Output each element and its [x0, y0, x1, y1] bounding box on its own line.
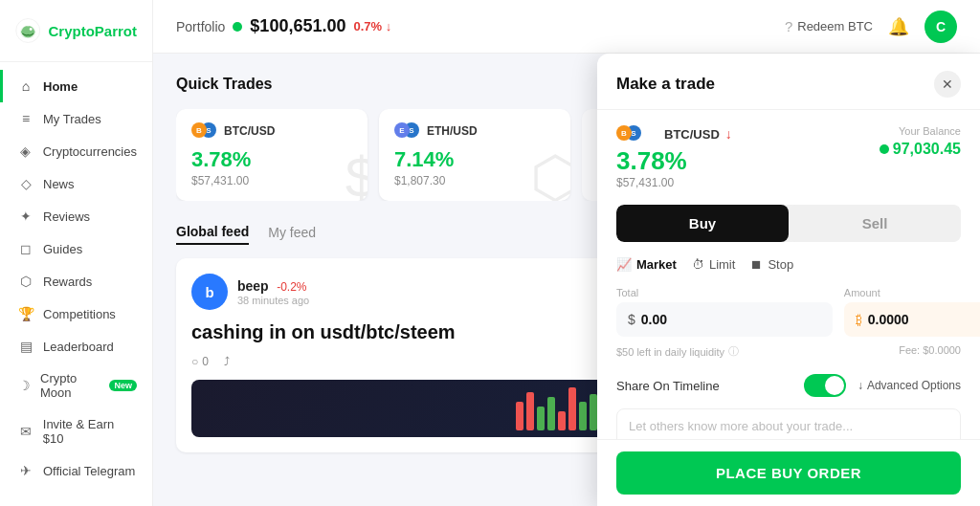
- post-user: b beep -0.2% 38 minutes ago: [191, 274, 309, 310]
- btc-icon: B: [191, 122, 207, 138]
- sidebar-item-rewards[interactable]: ⬡ Rewards: [0, 265, 152, 297]
- svg-point-2: [30, 28, 33, 31]
- fee-text: Fee: $0.0000: [899, 344, 961, 359]
- buy-button[interactable]: Buy: [616, 205, 789, 242]
- sidebar-item-label: News: [43, 177, 75, 191]
- sidebar-item-my-trades[interactable]: ≡ My Trades: [0, 102, 152, 135]
- sidebar-item-label: Competitions: [43, 307, 116, 321]
- total-input[interactable]: [641, 312, 821, 327]
- buy-sell-toggle: Buy Sell: [616, 205, 961, 242]
- share-toggle[interactable]: [804, 374, 846, 397]
- home-icon: ⌂: [18, 78, 33, 94]
- order-type-market[interactable]: 📈 Market: [616, 257, 677, 272]
- timeline-input[interactable]: Let others know more about your trade...: [616, 408, 961, 439]
- sidebar-item-label: Home: [43, 79, 78, 94]
- trade-card-header: B S BTC/USD: [191, 122, 352, 140]
- guides-icon: ◻: [18, 241, 33, 256]
- total-label: Total: [616, 287, 833, 298]
- btc-sign: ₿: [856, 312, 862, 327]
- modal-body: B S BTC/USD ↓ 3.78% $57,431.00 Your Bala…: [597, 110, 980, 439]
- trade-pair: BTC/USD: [224, 124, 275, 138]
- post-user-info: beep -0.2% 38 minutes ago: [237, 277, 309, 306]
- modal-title: Make a trade: [616, 75, 715, 94]
- tab-global-feed[interactable]: Global feed: [176, 224, 249, 245]
- sidebar-item-cryptocurrencies[interactable]: ◈ Cryptocurrencies: [0, 135, 152, 167]
- limit-icon: ⏱: [692, 257, 704, 272]
- post-user-avatar: b: [191, 274, 228, 310]
- place-order-button[interactable]: PLACE BUY ORDER: [616, 451, 961, 495]
- sidebar-item-crypto-moon[interactable]: ☽ Crypto Moon New: [0, 363, 152, 408]
- balance-label: Your Balance: [880, 125, 961, 137]
- total-input-wrap: $: [616, 302, 833, 337]
- sell-button[interactable]: Sell: [789, 205, 961, 242]
- reviews-icon: ✦: [18, 209, 33, 224]
- user-avatar[interactable]: C: [924, 11, 957, 43]
- modal-close-button[interactable]: ✕: [934, 71, 961, 98]
- portfolio-info: Portfolio $100,651.00 0.7% ↓: [176, 16, 391, 36]
- sidebar-item-invite[interactable]: ✉ Invite & Earn $10: [0, 408, 152, 454]
- sidebar-item-leaderboard[interactable]: ▤ Leaderboard: [0, 330, 152, 363]
- sidebar-item-home[interactable]: ⌂ Home: [0, 70, 152, 102]
- logo-text: CryptoParrot: [48, 23, 137, 39]
- like-button[interactable]: ○ 0: [191, 355, 209, 368]
- sidebar: CryptoParrot ⌂ Home ≡ My Trades ◈ Crypto…: [0, 0, 153, 506]
- sidebar-item-reviews[interactable]: ✦ Reviews: [0, 200, 152, 232]
- liquidity-text: $50 left in daily liquidity: [616, 346, 724, 358]
- amount-input[interactable]: [868, 312, 980, 327]
- share-controls: ↓ Advanced Options: [804, 374, 961, 397]
- sidebar-item-label: Cryptocurrencies: [43, 144, 137, 159]
- market-icon: 📈: [616, 257, 632, 272]
- tab-my-feed[interactable]: My feed: [268, 225, 316, 244]
- topbar-right: ? Redeem BTC 🔔 C: [785, 11, 957, 43]
- sidebar-item-label: Guides: [43, 242, 82, 256]
- portfolio-label: Portfolio: [176, 19, 225, 34]
- modal-header: Make a trade ✕: [597, 54, 980, 110]
- trade-card-btc[interactable]: B S BTC/USD 3.78% $57,431.00 $: [176, 109, 368, 201]
- toggle-knob: [825, 376, 844, 395]
- card-bg-icon: ⬡: [530, 143, 570, 201]
- share-row: Share On Timeline ↓ Advanced Options: [616, 374, 961, 397]
- portfolio-change: 0.7% ↓: [353, 19, 391, 33]
- share-icon: ⤴: [224, 355, 230, 368]
- order-type-limit[interactable]: ⏱ Limit: [692, 257, 735, 272]
- modal-btc-icon: B: [616, 125, 632, 141]
- fee-row: $50 left in daily liquidity ⓘ Fee: $0.00…: [616, 344, 961, 359]
- sidebar-item-guides[interactable]: ◻ Guides: [0, 232, 152, 265]
- moon-icon: ☽: [18, 378, 31, 393]
- modal-pair-left: B S BTC/USD ↓ 3.78% $57,431.00: [616, 125, 732, 189]
- trade-modal: Make a trade ✕ B S BTC/USD ↓ 3.78% $57,4…: [597, 54, 980, 506]
- modal-balance: Your Balance 97,030.45: [880, 125, 961, 158]
- amount-label: Amount: [844, 287, 980, 298]
- notification-bell-icon[interactable]: 🔔: [888, 16, 909, 37]
- post-user-name: beep -0.2%: [237, 277, 309, 295]
- sidebar-item-label: Crypto Moon: [40, 371, 98, 400]
- trade-percentage: 3.78%: [191, 147, 352, 172]
- modal-coin-icons: B S: [616, 125, 643, 143]
- modal-pair-label: BTC/USD: [664, 127, 720, 142]
- order-type-stop[interactable]: ⏹ Stop: [750, 257, 793, 272]
- redeem-button[interactable]: ? Redeem BTC: [785, 18, 873, 34]
- trades-icon: ≡: [18, 111, 33, 126]
- topbar: Portfolio $100,651.00 0.7% ↓ ? Redeem BT…: [153, 0, 980, 54]
- amount-field: Amount ₿: [844, 287, 980, 337]
- advanced-options-button[interactable]: ↓ Advanced Options: [858, 379, 961, 392]
- sidebar-item-telegram[interactable]: ✈ Official Telegram: [0, 454, 152, 487]
- total-field: Total $: [616, 287, 833, 337]
- sidebar-item-competitions[interactable]: 🏆 Competitions: [0, 297, 152, 330]
- coin-icons: E S: [394, 122, 421, 140]
- sidebar-item-news[interactable]: ◇ News: [0, 167, 152, 200]
- logo[interactable]: CryptoParrot: [0, 0, 152, 62]
- telegram-icon: ✈: [18, 463, 33, 478]
- logo-icon: [15, 13, 40, 48]
- portfolio-value: $100,651.00: [250, 16, 345, 36]
- new-badge: New: [109, 380, 137, 391]
- portfolio-status-dot: [233, 22, 242, 32]
- sidebar-item-label: Official Telegram: [43, 464, 135, 478]
- info-icon: ⓘ: [728, 344, 739, 359]
- news-icon: ◇: [18, 176, 33, 191]
- trade-card-eth[interactable]: E S ETH/USD 7.14% $1,807.30 ⬡: [379, 109, 570, 201]
- share-button[interactable]: ⤴: [224, 355, 230, 368]
- share-label: Share On Timeline: [616, 379, 720, 393]
- sidebar-item-label: My Trades: [43, 112, 101, 126]
- sidebar-item-label: Leaderboard: [43, 340, 114, 354]
